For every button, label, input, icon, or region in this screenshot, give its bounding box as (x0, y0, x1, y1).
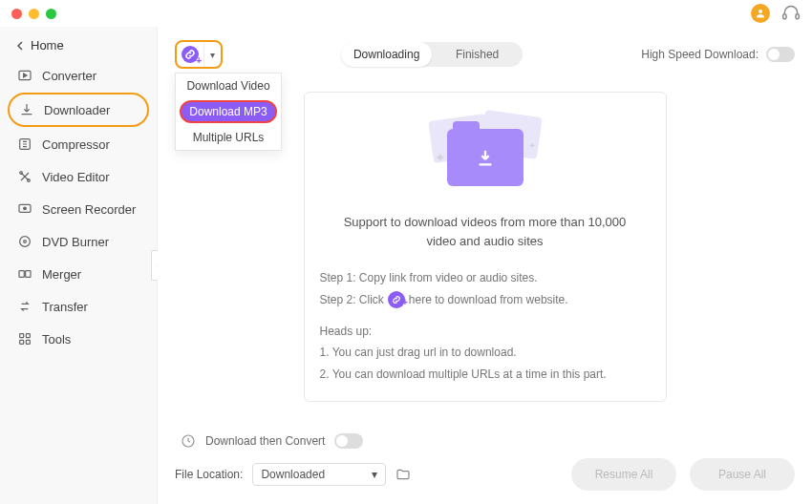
illustration: ✦ ✦ (320, 112, 651, 198)
file-location-row: File Location: Downloaded ▾ Resume All P… (175, 458, 795, 491)
toolbar: ▾ Download Video Download MP3 Multiple U… (175, 40, 795, 69)
svg-rect-16 (26, 340, 30, 344)
add-download-split-button: ▾ Download Video Download MP3 Multiple U… (175, 40, 223, 69)
merger-icon (17, 266, 32, 282)
dropdown-item-download-mp3-wrap: Download MP3 (176, 98, 281, 125)
tab-downloading[interactable]: Downloading (341, 42, 432, 67)
card-title: Support to download videos from more tha… (320, 213, 651, 250)
sparkle-icon: ✦ (435, 150, 446, 165)
add-download-button[interactable] (177, 42, 203, 67)
sidebar-item-label: Merger (42, 267, 81, 282)
sidebar-item-label: Converter (42, 69, 96, 83)
svg-point-0 (759, 10, 762, 13)
sidebar-item-label: Compressor (42, 137, 110, 152)
sparkle-icon: ✦ (528, 140, 536, 151)
tools-icon (17, 331, 32, 346)
clock-icon (181, 433, 196, 449)
transfer-icon (17, 299, 32, 314)
step-1: Step 1: Copy link from video or audio si… (320, 267, 651, 289)
sidebar-item-converter[interactable]: Converter (8, 60, 149, 91)
steps: Step 1: Copy link from video or audio si… (320, 267, 651, 386)
svg-rect-15 (20, 340, 24, 344)
high-speed-download: High Speed Download: (641, 47, 795, 62)
sidebar: Home Converter Downloader Compressor Vid… (0, 27, 158, 504)
sidebar-item-compressor[interactable]: Compressor (8, 129, 149, 159)
main-panel: ▾ Download Video Download MP3 Multiple U… (158, 27, 812, 504)
sidebar-item-screen-recorder[interactable]: Screen Recorder (8, 194, 149, 224)
open-folder-button[interactable] (395, 467, 411, 482)
svg-rect-2 (796, 14, 799, 19)
window-controls (11, 9, 56, 19)
sidebar-item-downloader[interactable]: Downloader (8, 93, 149, 127)
zoom-window-button[interactable] (46, 9, 56, 19)
chevron-down-icon: ▾ (372, 468, 377, 481)
close-window-button[interactable] (11, 9, 22, 19)
resume-all-button[interactable]: Resume All (571, 458, 676, 491)
high-speed-label: High Speed Download: (641, 48, 759, 61)
titlebar (0, 0, 812, 27)
sidebar-item-label: DVD Burner (42, 235, 109, 249)
dvd-burner-icon (17, 234, 32, 249)
file-location-label: File Location: (175, 468, 243, 481)
folder-download-icon (447, 129, 524, 186)
downloader-icon (19, 102, 34, 117)
chevron-left-icon (15, 41, 25, 51)
svg-rect-14 (26, 334, 30, 338)
sidebar-item-merger[interactable]: Merger (8, 259, 149, 289)
dropdown-item-download-mp3[interactable]: Download MP3 (180, 100, 277, 123)
dtc-toggle[interactable] (334, 433, 363, 449)
svg-rect-12 (26, 271, 31, 278)
minimize-window-button[interactable] (29, 9, 39, 19)
svg-rect-13 (20, 334, 24, 338)
user-avatar[interactable] (751, 4, 770, 23)
file-location-select[interactable]: Downloaded ▾ (252, 463, 386, 486)
tab-finished[interactable]: Finished (432, 42, 523, 67)
add-download-dropdown: Download Video Download MP3 Multiple URL… (175, 73, 282, 151)
svg-point-8 (24, 207, 27, 210)
dropdown-item-multiple-urls[interactable]: Multiple URLs (176, 125, 281, 150)
svg-point-9 (20, 237, 31, 247)
pause-all-button[interactable]: Pause All (690, 458, 795, 491)
home-label: Home (31, 38, 64, 52)
sidebar-item-label: Tools (42, 332, 71, 346)
link-plus-icon (182, 46, 199, 63)
add-download-caret[interactable]: ▾ (203, 42, 221, 67)
svg-rect-1 (783, 14, 786, 19)
step-2: Step 2: Click here to download from webs… (320, 289, 651, 311)
screen-recorder-icon (17, 201, 32, 217)
footer: Download then Convert File Location: Dow… (175, 424, 795, 491)
high-speed-toggle[interactable] (766, 47, 795, 62)
app-window: Home Converter Downloader Compressor Vid… (0, 0, 812, 504)
sidebar-item-label: Downloader (44, 103, 110, 117)
support-icon[interactable] (781, 4, 801, 23)
svg-rect-11 (19, 271, 24, 278)
sidebar-item-label: Transfer (42, 300, 88, 314)
svg-point-10 (24, 241, 27, 243)
sidebar-item-label: Screen Recorder (42, 202, 136, 217)
download-then-convert: Download then Convert (175, 433, 795, 449)
converter-icon (17, 68, 32, 83)
sidebar-item-transfer[interactable]: Transfer (8, 291, 149, 322)
dtc-label: Download then Convert (205, 434, 325, 448)
sidebar-item-label: Video Editor (42, 170, 110, 184)
sidebar-item-tools[interactable]: Tools (8, 324, 149, 354)
empty-state-card: ✦ ✦ Support to download videos from more… (304, 92, 667, 402)
sidebar-item-video-editor[interactable]: Video Editor (8, 161, 149, 192)
video-editor-icon (17, 169, 32, 184)
back-home-button[interactable]: Home (8, 32, 149, 58)
sidebar-item-dvd-burner[interactable]: DVD Burner (8, 226, 149, 257)
dropdown-item-download-video[interactable]: Download Video (176, 74, 281, 98)
heads-up: Heads up: 1. You can just drag url in to… (320, 321, 651, 386)
status-segment: Downloading Finished (341, 42, 523, 67)
link-plus-icon (388, 291, 405, 308)
compressor-icon (17, 136, 32, 152)
